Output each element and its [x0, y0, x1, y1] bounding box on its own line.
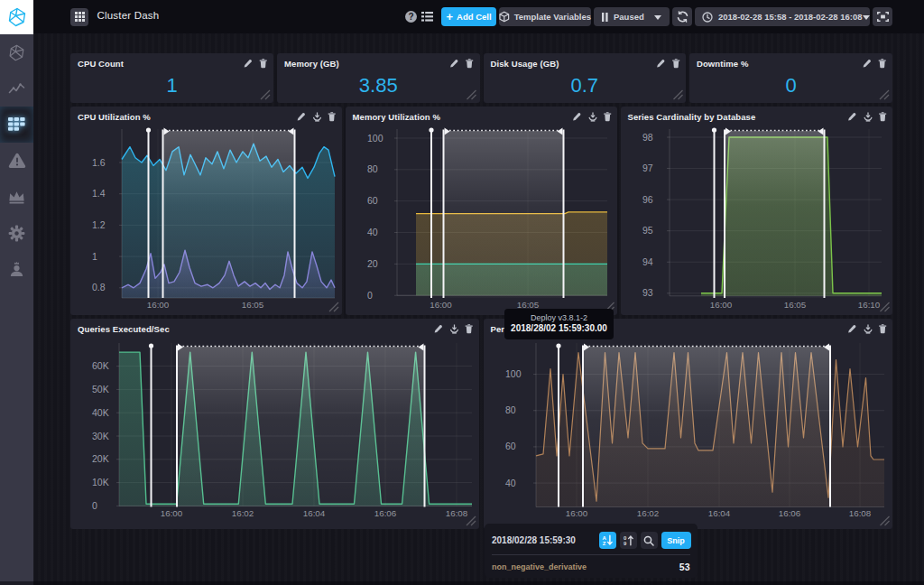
svg-text:60K: 60K [92, 360, 109, 371]
svg-text:1.4: 1.4 [92, 188, 106, 199]
svg-text:95: 95 [642, 225, 653, 236]
svg-text:0: 0 [623, 535, 626, 541]
svg-text:0: 0 [367, 290, 373, 301]
svg-text:20: 20 [367, 258, 378, 269]
svg-text:16:10: 16:10 [857, 300, 880, 310]
svg-text:100: 100 [367, 133, 383, 144]
svg-text:10K: 10K [92, 477, 109, 488]
svg-text:Z: Z [602, 541, 605, 546]
svg-text:30K: 30K [92, 431, 109, 441]
svg-text:16:00: 16:00 [147, 300, 170, 310]
svg-text:60: 60 [505, 441, 516, 451]
svg-text:16:02: 16:02 [636, 508, 659, 518]
svg-text:96: 96 [642, 194, 653, 205]
svg-text:16:08: 16:08 [848, 508, 871, 518]
svg-text:40: 40 [505, 478, 516, 488]
svg-text:0.8: 0.8 [92, 282, 106, 292]
svg-text:16:05: 16:05 [242, 300, 264, 310]
svg-text:1: 1 [92, 251, 97, 262]
svg-text:9: 9 [623, 541, 626, 546]
svg-text:A: A [602, 535, 606, 541]
svg-text:40: 40 [367, 227, 378, 237]
svg-text:60: 60 [367, 195, 378, 206]
svg-text:16:00: 16:00 [161, 508, 183, 518]
svg-text:50K: 50K [92, 384, 109, 395]
svg-text:16:00: 16:00 [709, 300, 732, 310]
svg-text:40K: 40K [92, 407, 109, 418]
svg-text:98: 98 [642, 132, 653, 143]
svg-text:1.6: 1.6 [92, 157, 106, 168]
svg-text:93: 93 [642, 287, 653, 298]
svg-text:80: 80 [367, 163, 378, 174]
svg-text:16:00: 16:00 [430, 300, 452, 310]
svg-text:80: 80 [505, 404, 516, 415]
svg-text:16:02: 16:02 [232, 508, 254, 518]
svg-text:1.2: 1.2 [92, 219, 106, 230]
svg-text:94: 94 [642, 256, 653, 267]
svg-text:16:00: 16:00 [565, 508, 587, 518]
svg-text:0: 0 [92, 500, 97, 511]
svg-text:16:04: 16:04 [707, 508, 730, 518]
svg-text:97: 97 [642, 162, 653, 173]
svg-text:16:06: 16:06 [778, 508, 800, 518]
svg-text:16:06: 16:06 [374, 508, 397, 518]
svg-text:16:08: 16:08 [446, 508, 468, 518]
svg-text:20K: 20K [92, 453, 109, 464]
svg-text:16:04: 16:04 [303, 508, 326, 518]
svg-text:100: 100 [505, 368, 522, 379]
svg-text:16:05: 16:05 [783, 300, 806, 310]
